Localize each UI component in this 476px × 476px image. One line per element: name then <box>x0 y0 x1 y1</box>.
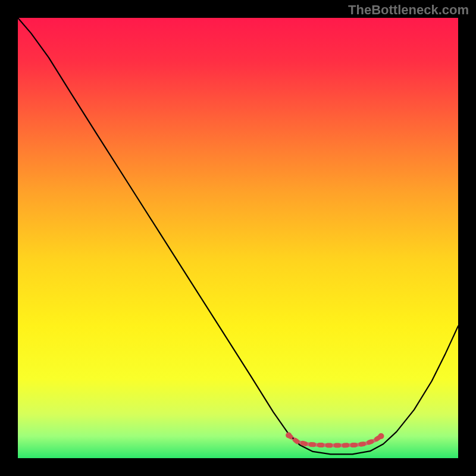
chart-svg <box>18 18 458 458</box>
chart-root: TheBottleneck.com <box>0 0 476 476</box>
series-red-endpoint <box>286 433 292 439</box>
series-red-endpoint <box>378 433 384 439</box>
watermark-label: TheBottleneck.com <box>348 2 469 18</box>
plot-area <box>18 18 458 458</box>
gradient-background <box>18 18 458 458</box>
